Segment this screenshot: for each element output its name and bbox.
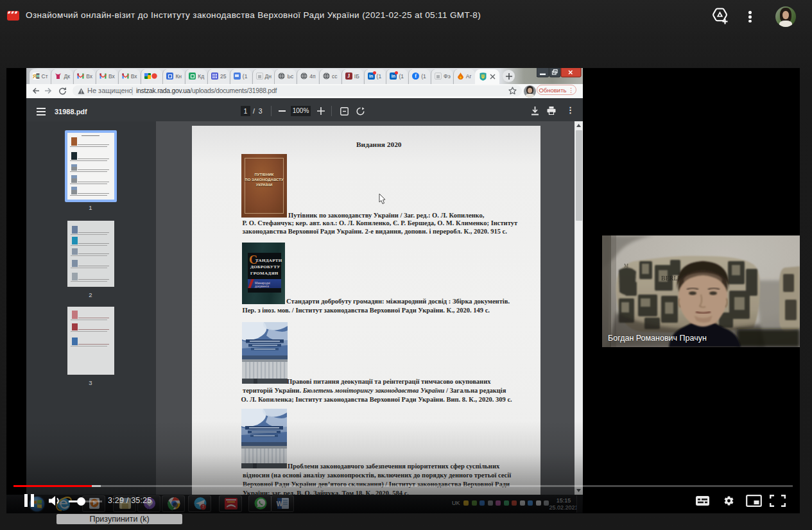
svg-text:Я: Я (33, 73, 37, 80)
